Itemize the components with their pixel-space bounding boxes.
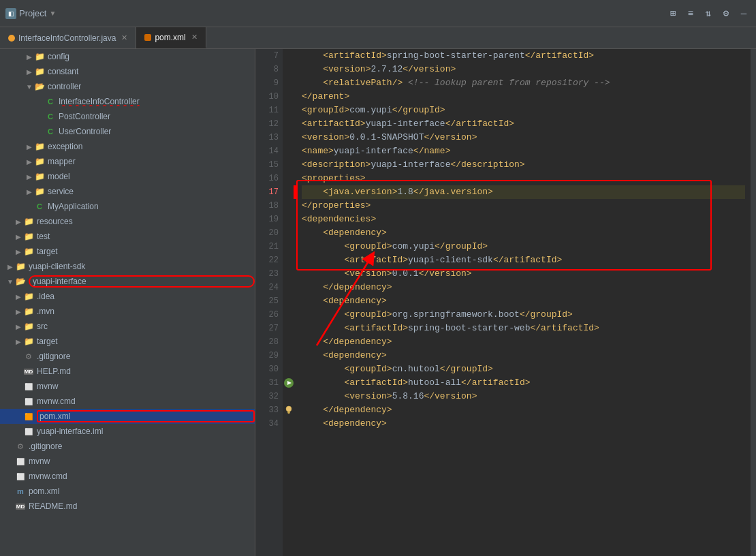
sidebar-item-mvn[interactable]: ▶ 📁 .mvn [0, 304, 255, 319]
code-line-7: <artifactId>spring-boot-starter-parent</… [302, 49, 745, 63]
sidebar-item-config[interactable]: ▶ 📁 config [0, 49, 255, 64]
collapse-icon[interactable]: ≡ [684, 7, 697, 20]
folder-icon: 📁 [23, 232, 34, 241]
sidebar-item-label: README.md [29, 501, 255, 511]
sidebar-item-label: model [48, 172, 255, 181]
sidebar-item-resources[interactable]: ▶ 📁 resources [0, 214, 255, 229]
code-line-24: </dependency> [302, 281, 745, 294]
tab-java[interactable]: InterfaceInfoController.java ✕ [0, 27, 136, 48]
mvnw-file-icon: ⬜ [23, 382, 34, 391]
folder-icon: 📂 [34, 82, 45, 91]
layout-icon[interactable]: ⊞ [666, 7, 680, 20]
mvnwcmd-file-icon: ⬜ [15, 472, 26, 481]
sidebar-item-service[interactable]: ▶ 📁 service [0, 184, 255, 199]
sidebar-item-test[interactable]: ▶ 📁 test [0, 229, 255, 244]
xml-file-icon [144, 34, 151, 41]
code-line-9: <relativePath/> <!-- lookup parent from … [302, 76, 745, 90]
folder-icon: 📁 [34, 67, 45, 76]
code-line-16: <properties> [302, 172, 745, 185]
java-file-icon [8, 35, 15, 42]
sidebar-item-exception[interactable]: ▶ 📁 exception [0, 139, 255, 154]
sidebar-item-pomxml[interactable]: 🟧 pom.xml [0, 409, 255, 424]
sidebar-item-label: .gitignore [37, 352, 255, 361]
sidebar-item-label: .gitignore [29, 442, 255, 451]
sidebar-item-label: .idea [37, 292, 255, 301]
gutter-bulb-icon[interactable] [284, 403, 294, 417]
sidebar-item-myapplication[interactable]: C MyApplication [0, 199, 255, 214]
project-dropdown-arrow[interactable]: ▼ [49, 10, 56, 17]
sidebar-item-mvnwcmd2[interactable]: ⬜ mvnw.cmd [0, 394, 255, 409]
code-line-22: <artifactId>yuapi-client-sdk</artifactId… [302, 253, 745, 267]
sidebar-item-label: exception [48, 142, 255, 151]
tag-artifactid-close: </artifactId> [525, 49, 594, 63]
sidebar-item-mapper[interactable]: ▶ 📁 mapper [0, 154, 255, 169]
sidebar-item-target[interactable]: ▶ 📁 target [0, 244, 255, 259]
sidebar-item-target2[interactable]: ▶ 📁 target [0, 334, 255, 349]
sidebar-item-readme[interactable]: MD README.md [0, 499, 255, 514]
sidebar-item-yuapi-interface[interactable]: ▼ 📂 yuapi-interface [0, 274, 255, 289]
chevron-right-icon: ▶ [14, 233, 23, 241]
sidebar-item-label: PostController [59, 112, 255, 121]
chevron-right-icon: ▶ [25, 53, 34, 61]
sidebar-item-constant[interactable]: ▶ 📁 constant [0, 64, 255, 79]
folder-icon: 📁 [34, 52, 45, 61]
folder-icon: 📁 [23, 322, 34, 331]
code-line-30: <groupId>cn.hutool</groupId> [302, 362, 745, 376]
code-line-27: <artifactId>spring-boot-starter-web</art… [302, 322, 745, 335]
sidebar-item-mvnw2[interactable]: ⬜ mvnw [0, 379, 255, 394]
sidebar-item-label: yuapi-interface.iml [37, 427, 255, 436]
code-line-10: </parent> [302, 90, 745, 104]
sidebar-item-label: constant [48, 67, 255, 76]
minimize-icon[interactable]: — [737, 7, 751, 20]
sidebar-item-interfaceinfocontroller[interactable]: C InterfaceInfoController [0, 94, 255, 109]
code-line-21: <groupId>com.yupi</groupId> [302, 240, 745, 253]
sidebar-item-label: mvnw.cmd [37, 397, 255, 406]
sidebar-item-usercontroller[interactable]: C UserController [0, 124, 255, 139]
tab-java-label: InterfaceInfoController.java [18, 33, 116, 43]
editor-gutter [283, 49, 296, 556]
settings-icon[interactable]: ⚙ [719, 7, 733, 20]
code-line-8: <version>2.7.12</version> [302, 63, 745, 76]
class-icon: C [45, 127, 56, 136]
project-panel-header: ◧ Project ▼ [5, 8, 56, 19]
folder-icon: 📁 [15, 262, 26, 271]
chevron-right-icon: ▶ [14, 293, 23, 300]
tab-xml[interactable]: pom.xml ✕ [136, 27, 206, 48]
folder-icon: 📁 [34, 142, 45, 151]
iml-file-icon: ⬜ [23, 427, 34, 436]
folder-icon: 📁 [23, 217, 34, 226]
mvnw-file-icon: ⬜ [15, 457, 26, 466]
sidebar-item-gitignore3[interactable]: ⚙ .gitignore [0, 439, 255, 454]
sidebar-item-postcontroller[interactable]: C PostController [0, 109, 255, 124]
sidebar-item-controller[interactable]: ▼ 📂 controller [0, 79, 255, 94]
sidebar-item-label: .mvn [37, 307, 255, 316]
editor-scrollbar[interactable] [751, 49, 756, 556]
code-content[interactable]: <artifactId>spring-boot-starter-parent</… [296, 49, 751, 556]
tab-java-close[interactable]: ✕ [121, 33, 127, 42]
code-line-14: <name>yuapi-interface</name> [302, 144, 745, 158]
git-file-icon: ⚙ [15, 442, 26, 451]
chevron-right-icon: ▶ [14, 218, 23, 226]
sidebar-item-yuapi-client-sdk[interactable]: ▶ 📁 yuapi-client-sdk [0, 259, 255, 274]
sidebar-item-yuapiiml[interactable]: ⬜ yuapi-interface.iml [0, 424, 255, 439]
sidebar-item-mvnw3[interactable]: ⬜ mvnw [0, 454, 255, 469]
code-line-19: <dependencies> [302, 213, 745, 226]
chevron-right-icon: ▶ [25, 143, 34, 151]
code-line-12: <artifactId>yuapi-interface</artifactId> [302, 117, 745, 131]
folder-icon: 📁 [23, 247, 34, 256]
code-line-23: <version>0.0.1</version> [302, 267, 745, 281]
sidebar-item-helpmd[interactable]: MD HELP.md [0, 364, 255, 379]
code-line-28: </dependency> [302, 335, 745, 349]
sidebar-item-label: target [37, 337, 255, 346]
sidebar-item-pomxml3[interactable]: m pom.xml [0, 484, 255, 499]
sidebar-item-model[interactable]: ▶ 📁 model [0, 169, 255, 184]
sidebar-item-src[interactable]: ▶ 📁 src [0, 319, 255, 334]
gutter-run-icon[interactable] [284, 376, 294, 390]
sidebar-item-label: mvnw.cmd [29, 472, 255, 481]
sidebar-item-mvnwcmd3[interactable]: ⬜ mvnw.cmd [0, 469, 255, 484]
sidebar-item-idea[interactable]: ▶ 📁 .idea [0, 289, 255, 304]
sidebar-item-label: controller [48, 82, 255, 91]
filter-icon[interactable]: ⇅ [702, 7, 715, 20]
tab-xml-close[interactable]: ✕ [191, 33, 198, 42]
sidebar-item-gitignore2[interactable]: ⚙ .gitignore [0, 349, 255, 364]
